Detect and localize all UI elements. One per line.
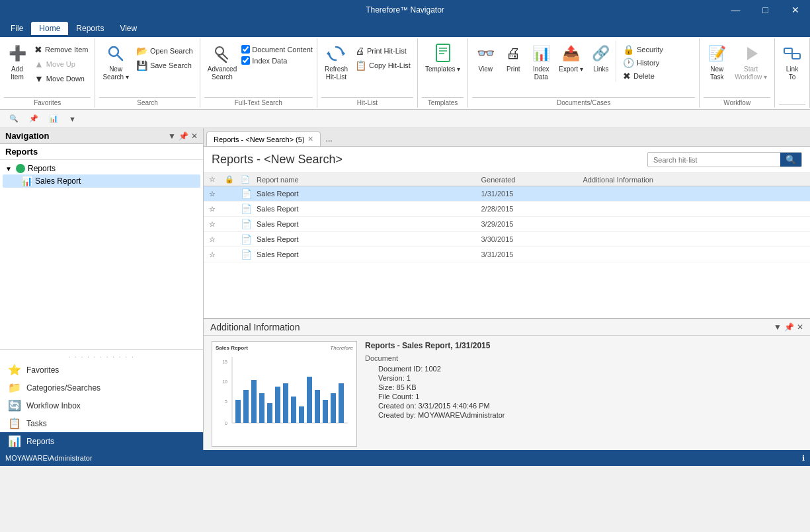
- tab-close-btn[interactable]: ✕: [307, 135, 313, 143]
- menu-reports[interactable]: Reports: [68, 22, 112, 35]
- copy-hitlist-button[interactable]: 📋 Copy Hit-List: [352, 59, 413, 71]
- row-name-5: Sales Report: [257, 250, 479, 258]
- svg-rect-7: [436, 44, 450, 61]
- menu-home[interactable]: Home: [31, 22, 68, 35]
- templates-buttons: Templates ▾: [422, 40, 464, 97]
- svg-marker-11: [747, 47, 758, 60]
- additional-info-controls: ▼ 📌 ✕: [774, 323, 803, 332]
- move-up-button[interactable]: ▲ Move Up: [32, 58, 91, 70]
- add-item-icon: ➕: [9, 43, 26, 64]
- security-button[interactable]: 🔒 Security: [620, 44, 666, 56]
- tree-item-reports-root[interactable]: ▼ Reports: [3, 163, 200, 174]
- categories-icon: 📁: [8, 381, 21, 394]
- reports-label: Reports: [26, 437, 54, 446]
- nav-favorites[interactable]: ⭐ Favorites: [0, 361, 203, 379]
- refresh-hitlist-button[interactable]: RefreshHit-List: [321, 41, 351, 83]
- templates-label: Templates ▾: [425, 65, 460, 73]
- open-search-button[interactable]: 📂 Open Search: [134, 45, 196, 57]
- print-hitlist-button[interactable]: 🖨 Print Hit-List: [352, 45, 413, 57]
- nav-dropdown-btn[interactable]: ▼: [168, 132, 176, 141]
- link-to-icon: [783, 43, 801, 64]
- table-row[interactable]: ☆ 📄 Sales Report 3/31/2015: [204, 247, 810, 262]
- row-name-1: Sales Report: [257, 190, 479, 198]
- advanced-search-button[interactable]: AdvancedSearch: [204, 41, 240, 83]
- qa-pin-btn[interactable]: 📌: [25, 113, 42, 124]
- navigation-title: Navigation: [5, 131, 49, 141]
- nav-pin-btn[interactable]: 📌: [179, 132, 188, 141]
- start-workflow-label: StartWorkflow ▾: [735, 65, 767, 81]
- table-row[interactable]: ☆ 📄 Sales Report 3/30/2015: [204, 232, 810, 247]
- svg-marker-5: [343, 51, 345, 56]
- new-task-button[interactable]: 📝 NewTask: [704, 41, 730, 83]
- preview-watermark: Therefore: [330, 345, 353, 351]
- index-data-button[interactable]: 📊 IndexData: [528, 41, 554, 83]
- close-button[interactable]: ✕: [780, 0, 810, 20]
- search-hitlist-input[interactable]: [648, 154, 780, 166]
- security-icon: 🔒: [623, 44, 634, 55]
- delete-button[interactable]: ✖ Delete: [620, 70, 666, 82]
- search-hitlist-button[interactable]: 🔍: [780, 153, 801, 167]
- status-info-icon: ℹ: [802, 454, 805, 463]
- add-item-button[interactable]: ➕ AddItem: [4, 41, 30, 83]
- nav-tasks[interactable]: 📋 Tasks: [0, 414, 203, 432]
- svg-line-3: [222, 54, 227, 59]
- app-title: Therefore™ Navigator: [366, 5, 444, 15]
- menu-file[interactable]: File: [3, 22, 31, 35]
- save-search-label: Save Search: [150, 61, 192, 69]
- nav-workflow-inbox[interactable]: 🔄 Workflow Inbox: [0, 397, 203, 414]
- tab-more-btn[interactable]: ...: [322, 132, 337, 146]
- view-label: View: [479, 65, 493, 73]
- print-icon: 🖨: [506, 43, 520, 64]
- svg-rect-22: [275, 387, 280, 423]
- view-button[interactable]: 👓 View: [472, 41, 499, 75]
- panel-dropdown-btn[interactable]: ▼: [774, 323, 782, 332]
- new-search-button[interactable]: NewSearch ▾: [99, 41, 132, 83]
- minimize-button[interactable]: —: [721, 0, 750, 20]
- links-label: Links: [593, 65, 608, 73]
- save-search-icon: 💾: [136, 60, 147, 71]
- quick-access-toolbar: 🔍 📌 📊 ▼: [0, 110, 810, 128]
- move-down-button[interactable]: ▼ Move Down: [32, 73, 91, 85]
- main-layout: Navigation ▼ 📌 ✕ Reports ▼ Reports 📊 Sal…: [0, 128, 810, 450]
- row-name-2: Sales Report: [257, 205, 479, 213]
- svg-rect-21: [267, 403, 272, 423]
- templates-button[interactable]: Templates ▾: [422, 41, 464, 75]
- export-icon: 📤: [562, 43, 580, 64]
- table-header: ☆ 🔒 📄 Report name Generated Additional I…: [204, 173, 810, 186]
- table-row[interactable]: ☆ 📄 Sales Report 1/31/2015: [204, 186, 810, 202]
- remove-item-button[interactable]: ✖ Remove Item: [32, 44, 91, 56]
- svg-marker-6: [327, 51, 329, 56]
- link-to-button[interactable]: LinkTo: [779, 41, 805, 83]
- tree-item-sales-report[interactable]: 📊 Sales Report: [3, 174, 200, 188]
- nav-close-btn[interactable]: ✕: [191, 132, 198, 141]
- row-pdf-icon-2: 📄: [241, 204, 254, 214]
- table-row[interactable]: ☆ 📄 Sales Report 2/28/2015: [204, 202, 810, 217]
- security-label: Security: [637, 46, 663, 54]
- document-content-checkbox[interactable]: Document Content: [241, 45, 313, 54]
- table-row[interactable]: ☆ 📄 Sales Report 3/29/2015: [204, 217, 810, 232]
- maximize-button[interactable]: □: [750, 0, 780, 20]
- history-label: History: [637, 59, 659, 67]
- nav-categories[interactable]: 📁 Categories/Searches: [0, 379, 203, 397]
- tab-reports[interactable]: Reports - <New Search> (5) ✕: [206, 132, 321, 146]
- expand-icon: ▼: [5, 165, 13, 172]
- save-search-button[interactable]: 💾 Save Search: [134, 59, 196, 71]
- index-data-checkbox[interactable]: Index Data: [241, 56, 313, 65]
- nav-reports[interactable]: 📊 Reports: [0, 432, 203, 450]
- qa-dropdown-btn[interactable]: ▼: [65, 114, 80, 124]
- qa-search-btn[interactable]: 🔍: [5, 113, 22, 124]
- start-workflow-button[interactable]: StartWorkflow ▾: [731, 41, 770, 83]
- export-button[interactable]: 📤 Export ▾: [555, 41, 587, 75]
- qa-chart-btn[interactable]: 📊: [45, 113, 62, 124]
- col-generated-header: Generated: [481, 176, 581, 184]
- print-button[interactable]: 🖨 Print: [500, 41, 526, 75]
- history-button[interactable]: 🕐 History: [620, 57, 666, 69]
- copy-hitlist-label: Copy Hit-List: [369, 61, 411, 69]
- panel-pin-btn[interactable]: 📌: [784, 323, 794, 332]
- menu-view[interactable]: View: [112, 22, 145, 35]
- links-button[interactable]: 🔗 Links: [588, 41, 614, 75]
- panel-close-btn[interactable]: ✕: [797, 323, 803, 332]
- svg-text:10: 10: [222, 379, 227, 384]
- copy-hitlist-icon: 📋: [355, 60, 366, 71]
- svg-rect-12: [784, 48, 792, 54]
